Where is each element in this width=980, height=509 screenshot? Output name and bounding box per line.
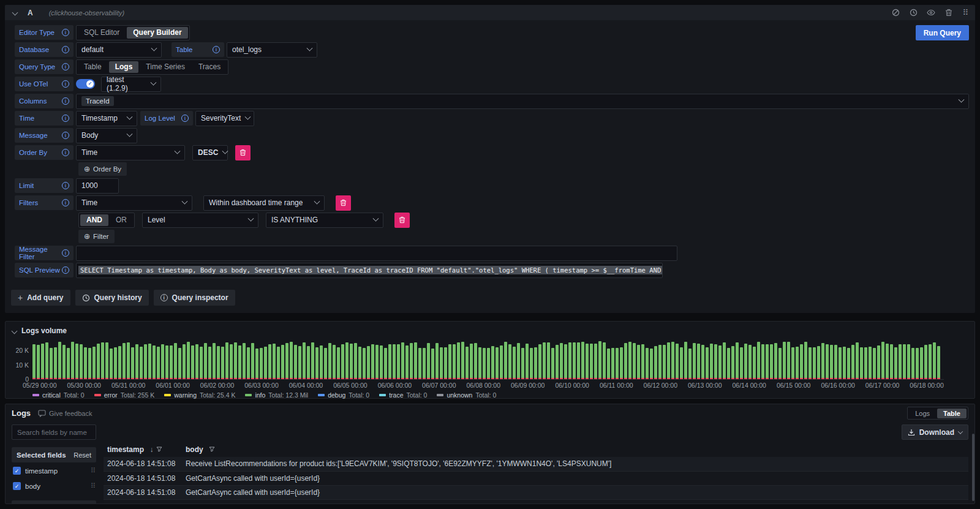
add-filter-button[interactable]: ⊕ Filter bbox=[78, 230, 115, 243]
remove-filter-button[interactable] bbox=[336, 195, 351, 211]
editor-type-query-builder[interactable]: Query Builder bbox=[127, 27, 187, 39]
info-icon[interactable]: i bbox=[213, 46, 220, 53]
legend-item-debug[interactable]: debugTotal: 0 bbox=[318, 391, 369, 399]
filter-field-select[interactable]: Time bbox=[76, 195, 192, 211]
info-icon[interactable]: i bbox=[62, 199, 69, 206]
legend-swatch bbox=[379, 394, 386, 396]
body-column-header[interactable]: body bbox=[182, 442, 968, 457]
filter-funnel-icon[interactable] bbox=[209, 447, 215, 452]
query-type-time-series[interactable]: Time Series bbox=[140, 61, 191, 73]
editor-type-sql-editor[interactable]: SQL Editor bbox=[78, 27, 126, 39]
remove-order-by-button[interactable] bbox=[235, 145, 251, 160]
reset-fields-button[interactable]: Reset bbox=[74, 451, 91, 459]
info-icon[interactable]: i bbox=[62, 115, 69, 122]
checkbox-checked[interactable]: ✓ bbox=[13, 467, 21, 475]
chevron-down-icon bbox=[373, 215, 379, 221]
log-level-select[interactable]: SeverityText bbox=[195, 111, 254, 126]
query-type-table[interactable]: Table bbox=[78, 61, 108, 73]
table-row[interactable]: 2024-06-18 14:51:08GetCartAsync called w… bbox=[104, 485, 968, 499]
volume-bar bbox=[371, 344, 374, 379]
time-column-select[interactable]: Timestamp bbox=[76, 111, 137, 126]
eye-icon[interactable] bbox=[927, 9, 935, 17]
info-icon[interactable]: i bbox=[62, 149, 69, 156]
view-table-option[interactable]: Table bbox=[937, 409, 967, 418]
legend-item-info[interactable]: infoTotal: 12.3 Mil bbox=[245, 391, 308, 399]
info-icon[interactable]: i bbox=[62, 249, 69, 257]
columns-select[interactable]: TraceId bbox=[76, 94, 969, 109]
volume-bar bbox=[821, 343, 824, 379]
legend-item-unknown[interactable]: unknownTotal: 0 bbox=[437, 391, 496, 399]
query-history-button[interactable]: Query history bbox=[75, 290, 149, 306]
volume-bar bbox=[496, 347, 499, 379]
query-inspector-button[interactable]: i Query inspector bbox=[154, 290, 235, 306]
column-tag-traceid[interactable]: TraceId bbox=[81, 96, 114, 106]
chevron-down-icon bbox=[127, 130, 133, 137]
legend-item-error[interactable]: errorTotal: 255 K bbox=[94, 391, 155, 399]
info-icon[interactable]: i bbox=[62, 182, 69, 189]
use-otel-toggle[interactable]: ✓ bbox=[76, 79, 95, 89]
info-icon[interactable]: i bbox=[62, 266, 69, 274]
search-fields-input[interactable] bbox=[12, 424, 96, 440]
delete-query-icon[interactable] bbox=[944, 9, 953, 17]
sort-desc-icon[interactable]: ↓ bbox=[149, 445, 153, 454]
volume-bar bbox=[58, 342, 61, 379]
query-type-logs[interactable]: Logs bbox=[109, 61, 139, 73]
plus-icon: + bbox=[18, 293, 23, 303]
table-row[interactable]: 2024-06-18 14:51:08Receive ListRecommend… bbox=[104, 457, 968, 471]
add-order-by-button[interactable]: ⊕ Order By bbox=[78, 162, 127, 176]
collapse-volume-icon[interactable] bbox=[12, 328, 17, 334]
info-icon[interactable]: i bbox=[62, 29, 69, 36]
info-icon[interactable]: i bbox=[62, 132, 69, 139]
filter2-field-select[interactable]: Level bbox=[142, 213, 258, 228]
database-select[interactable]: default bbox=[76, 42, 162, 58]
info-icon[interactable]: i bbox=[62, 63, 69, 70]
info-icon[interactable]: i bbox=[181, 115, 189, 122]
checkbox-checked[interactable]: ✓ bbox=[13, 482, 21, 490]
legend-item-critical[interactable]: criticalTotal: 0 bbox=[32, 391, 85, 399]
remove-filter2-button[interactable] bbox=[394, 213, 410, 228]
download-button[interactable]: Download bbox=[902, 424, 968, 440]
logs-panel: Logs Give feedback Logs Table Selected f… bbox=[5, 404, 975, 504]
timestamp-column-header[interactable]: timestamp ↓ bbox=[104, 442, 182, 457]
otel-version-select[interactable]: latest (1.2.9) bbox=[101, 77, 161, 92]
drag-handle-icon[interactable]: ⠿ bbox=[91, 482, 95, 490]
chevron-down-icon bbox=[958, 429, 963, 434]
info-icon[interactable]: i bbox=[62, 46, 69, 53]
log-level-label: Log Level i bbox=[140, 111, 193, 126]
timestamp-cell: 2024-06-18 14:51:08 bbox=[104, 471, 182, 485]
disable-query-icon[interactable] bbox=[891, 9, 900, 17]
limit-input[interactable] bbox=[76, 178, 119, 194]
legend-item-warning[interactable]: warningTotal: 25.4 K bbox=[164, 391, 235, 399]
volume-bar bbox=[303, 342, 306, 379]
table-row[interactable]: 2024-06-18 14:51:08GetCartAsync called w… bbox=[104, 471, 968, 485]
table-label: Table i bbox=[172, 42, 224, 57]
message-filter-input[interactable] bbox=[76, 246, 677, 261]
give-feedback-link[interactable]: Give feedback bbox=[38, 410, 92, 417]
query-type-traces[interactable]: Traces bbox=[192, 61, 227, 73]
info-icon[interactable]: i bbox=[62, 97, 69, 105]
filter-operator-select[interactable]: Within dashboard time range bbox=[203, 195, 325, 211]
view-logs-option[interactable]: Logs bbox=[909, 409, 936, 418]
filter2-operator-select[interactable]: IS ANYTHING bbox=[266, 213, 383, 228]
collapse-query-icon[interactable] bbox=[12, 10, 18, 15]
filter-or-option[interactable]: OR bbox=[110, 214, 133, 226]
filter-and-option[interactable]: AND bbox=[80, 214, 108, 226]
filter-funnel-icon[interactable] bbox=[156, 447, 162, 452]
volume-bar bbox=[766, 344, 769, 379]
volume-bar bbox=[221, 347, 224, 379]
drag-handle-icon[interactable]: ⠿ bbox=[91, 467, 95, 475]
table-row[interactable]: 2024-06-18 14:51:08Receive ListRecommend… bbox=[104, 499, 968, 504]
x-tick-label: 06/12 00:00 bbox=[644, 382, 677, 389]
volume-bar bbox=[324, 348, 327, 380]
query-history-icon[interactable] bbox=[909, 9, 918, 17]
order-by-select[interactable]: Time bbox=[76, 145, 185, 160]
table-select[interactable]: otel_logs bbox=[227, 42, 317, 58]
add-query-button[interactable]: + Add query bbox=[11, 290, 70, 306]
drag-handle-icon[interactable]: ⠿ bbox=[962, 8, 968, 17]
info-icon[interactable]: i bbox=[62, 80, 69, 88]
run-query-button[interactable]: Run Query bbox=[916, 25, 969, 40]
legend-item-trace[interactable]: traceTotal: 0 bbox=[379, 391, 427, 399]
order-direction-select[interactable]: DESC bbox=[192, 145, 228, 160]
vertical-scrollbar[interactable] bbox=[972, 434, 974, 501]
message-column-select[interactable]: Body bbox=[76, 128, 137, 143]
